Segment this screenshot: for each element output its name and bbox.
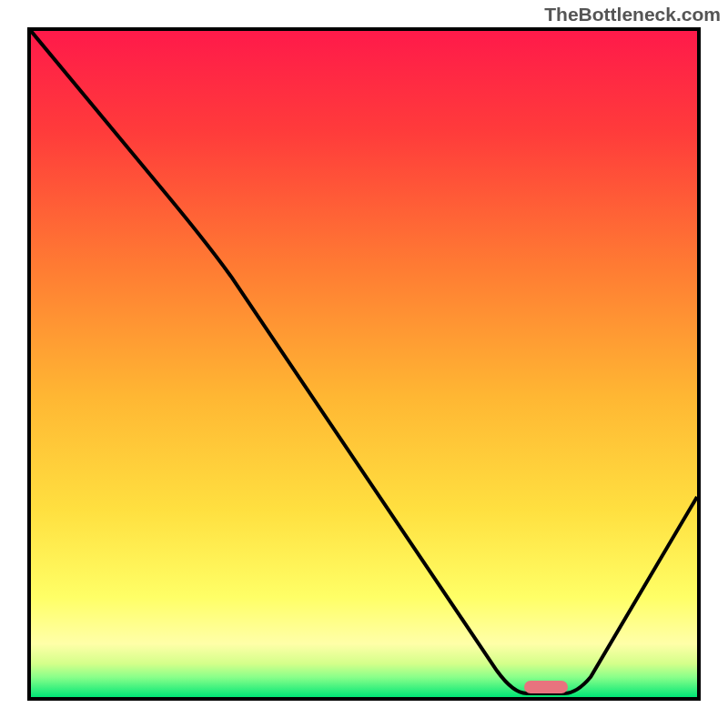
target-marker — [524, 681, 568, 693]
bottleneck-curve — [31, 31, 697, 697]
plot-area — [27, 27, 701, 701]
chart-container: TheBottleneck.com — [0, 0, 728, 728]
watermark-text: TheBottleneck.com — [544, 4, 721, 25]
